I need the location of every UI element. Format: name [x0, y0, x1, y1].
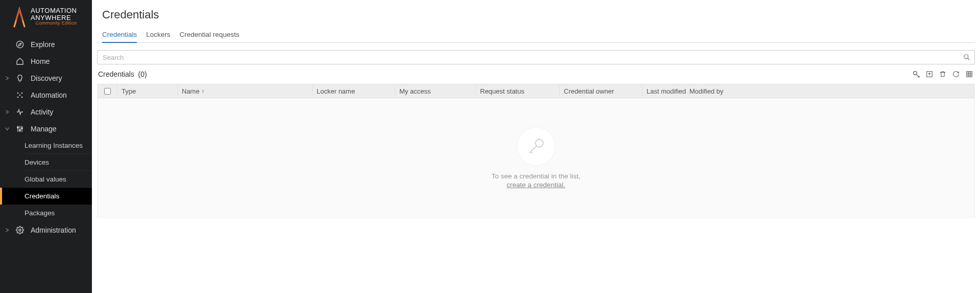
column-label: Modified by [689, 87, 723, 95]
svg-point-2 [17, 92, 19, 94]
sidebar-item-activity[interactable]: Activity [0, 103, 92, 120]
sidebar-subitem-credentials[interactable]: Credentials [0, 188, 92, 205]
count-value: 0 [140, 70, 145, 78]
refresh-button[interactable] [951, 70, 961, 79]
logo-mark-icon [12, 7, 27, 28]
tab-credentials[interactable]: Credentials [102, 28, 137, 42]
sidebar-subitem-learning-instances[interactable]: Learning Instances [25, 137, 92, 154]
sidebar: AUTOMATION ANYWHERE Community Edition Ex… [0, 0, 92, 293]
manage-subnav: Learning Instances Devices Global values… [0, 137, 92, 221]
svg-point-23 [535, 139, 543, 147]
home-icon [15, 57, 25, 65]
search-input[interactable] [102, 53, 963, 62]
brand-text: AUTOMATION ANYWHERE Community Edition [31, 7, 77, 26]
column-label: Last modified [647, 87, 686, 95]
column-modified-by[interactable]: Modified by [685, 84, 975, 98]
svg-marker-1 [18, 43, 21, 46]
svg-point-0 [16, 41, 23, 48]
svg-point-5 [17, 96, 19, 98]
sidebar-item-manage[interactable]: Manage [0, 120, 92, 137]
svg-point-3 [19, 94, 21, 96]
table-header: Type Name ↑ Locker name My access Reques… [97, 84, 975, 98]
import-button[interactable] [925, 70, 934, 79]
columns-button[interactable] [965, 70, 974, 79]
column-type[interactable]: Type [117, 84, 178, 98]
sidebar-item-label: Administration [31, 226, 76, 234]
sidebar-item-label: Activity [31, 108, 53, 116]
column-name[interactable]: Name ↑ [178, 84, 313, 98]
svg-line-15 [968, 58, 970, 60]
sidebar-item-discovery[interactable]: Discovery [0, 70, 92, 86]
chevron-down-icon [5, 127, 9, 131]
tab-lockers[interactable]: Lockers [146, 28, 170, 42]
column-label: Request status [480, 87, 524, 95]
delete-button[interactable] [938, 70, 947, 79]
sidebar-item-label: Automation [31, 91, 67, 99]
sidebar-item-administration[interactable]: Administration [0, 221, 92, 238]
key-icon [517, 127, 555, 165]
column-request-status[interactable]: Request status [476, 84, 560, 98]
gear-icon [15, 226, 25, 234]
count-label: Credentials [98, 70, 134, 78]
column-label: My access [399, 87, 431, 95]
sidebar-item-label: Explore [31, 40, 55, 49]
search-icon [963, 54, 970, 61]
column-my-access[interactable]: My access [395, 84, 476, 98]
brand-edition: Community Edition [31, 21, 77, 26]
brand-logo: AUTOMATION ANYWHERE Community Edition [0, 0, 92, 33]
column-label: Type [122, 87, 136, 95]
sidebar-subitem-label: Devices [25, 159, 49, 166]
chevron-right-icon [5, 76, 9, 80]
toolbar [912, 70, 974, 79]
sidebar-subitem-label: Credentials [25, 192, 59, 200]
column-last-modified[interactable]: Last modified [642, 84, 685, 98]
column-label: Name [182, 87, 200, 95]
sidebar-subitem-devices[interactable]: Devices [25, 154, 92, 171]
search-box [97, 50, 975, 64]
column-locker-name[interactable]: Locker name [313, 84, 395, 98]
sidebar-item-label: Discovery [31, 74, 62, 82]
sort-asc-icon: ↑ [202, 88, 205, 94]
search-wrap [92, 50, 980, 64]
sidebar-item-label: Home [31, 57, 50, 65]
create-credential-button[interactable] [912, 70, 921, 79]
sidebar-subitem-label: Learning Instances [25, 142, 83, 149]
column-label: Credential owner [564, 87, 614, 95]
brand-line1: AUTOMATION [31, 7, 77, 14]
brand-line2: ANYWHERE [31, 14, 77, 21]
sidebar-subitem-global-values[interactable]: Global values [25, 171, 92, 188]
sidebar-item-explore[interactable]: Explore [0, 36, 92, 53]
empty-message: To see a credential in the list, [491, 172, 580, 180]
list-header: Credentials (0) [92, 64, 980, 81]
svg-point-6 [21, 96, 23, 98]
dots-icon [15, 91, 25, 99]
svg-rect-18 [967, 72, 972, 77]
svg-point-12 [21, 127, 23, 129]
svg-point-13 [19, 229, 21, 231]
svg-point-10 [17, 127, 19, 128]
bulb-icon [15, 74, 25, 82]
svg-point-14 [964, 55, 968, 59]
compass-icon [15, 40, 25, 49]
sidebar-item-automation[interactable]: Automation [0, 86, 92, 103]
select-all-checkbox[interactable] [104, 88, 111, 95]
column-credential-owner[interactable]: Credential owner [560, 84, 642, 98]
sidebar-subitem-label: Packages [25, 209, 55, 217]
page-title: Credentials [92, 6, 980, 28]
credentials-count: Credentials (0) [98, 70, 147, 78]
svg-point-4 [21, 92, 23, 94]
main-content: Credentials Credentials Lockers Credenti… [92, 0, 980, 293]
tab-credential-requests[interactable]: Credential requests [180, 28, 240, 42]
sidebar-item-label: Manage [31, 125, 57, 133]
chevron-right-icon [5, 110, 9, 114]
sidebar-subitem-label: Global values [25, 175, 66, 183]
sliders-icon [15, 125, 25, 133]
svg-point-16 [914, 72, 917, 75]
sidebar-subitem-packages[interactable]: Packages [25, 205, 92, 221]
tabs: Credentials Lockers Credential requests [97, 28, 975, 43]
column-select-all[interactable] [97, 84, 117, 98]
sidebar-item-home[interactable]: Home [0, 53, 92, 70]
column-label: Locker name [317, 87, 355, 95]
primary-nav: Explore Home Discovery Automati [0, 33, 92, 293]
create-credential-link[interactable]: create a credential. [507, 181, 565, 189]
